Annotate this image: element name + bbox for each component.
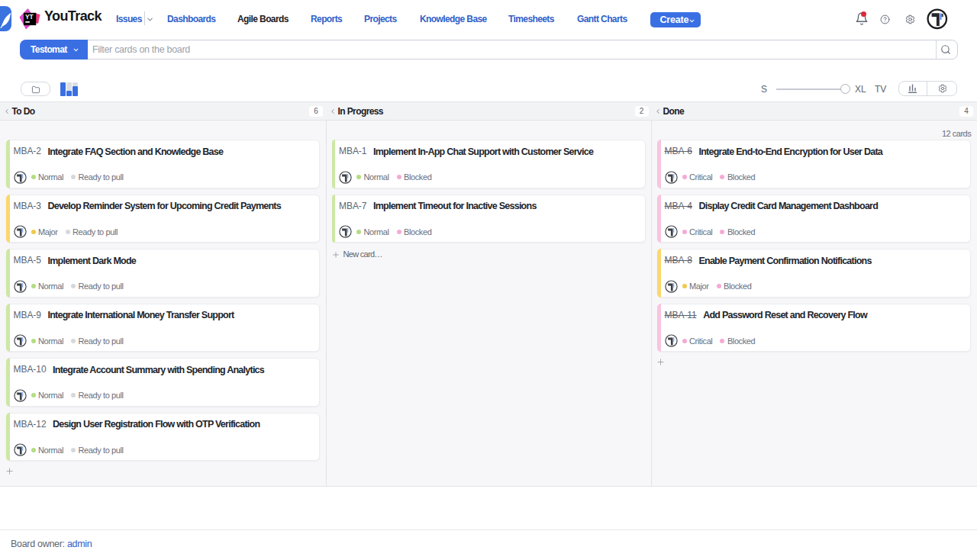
svg-text:YT: YT: [25, 13, 34, 21]
